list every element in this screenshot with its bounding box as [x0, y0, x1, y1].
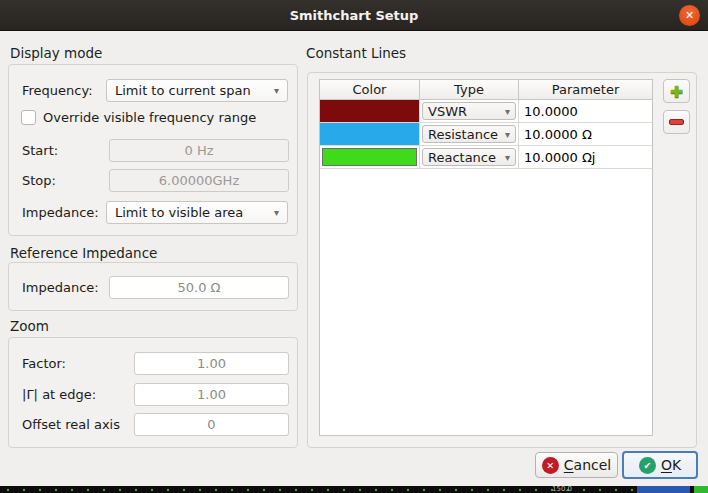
background-green-segment: [694, 486, 708, 493]
table-row: Resistance ▾ 10.0000 Ω: [320, 123, 652, 146]
parameter-cell[interactable]: 10.0000: [519, 100, 652, 122]
parameter-cell[interactable]: 10.0000 Ωj: [519, 146, 652, 168]
chevron-down-icon: ▾: [274, 85, 279, 96]
chevron-down-icon: ▾: [505, 129, 510, 140]
table-row: VSWR ▾ 10.0000: [320, 100, 652, 123]
chevron-down-icon: ▾: [505, 152, 510, 163]
remove-line-button[interactable]: [663, 110, 690, 134]
close-icon: ✕: [685, 9, 694, 22]
background-scale-text: 150.0: [552, 486, 572, 493]
cancel-x-icon: ✕: [542, 457, 559, 474]
color-swatch-cell[interactable]: [320, 100, 420, 122]
type-select[interactable]: VSWR ▾: [422, 102, 516, 120]
type-cell: Resistance ▾: [420, 123, 519, 145]
smithchart-setup-dialog: Smithchart Setup ✕ Display mode Frequenc…: [0, 0, 708, 493]
titlebar[interactable]: Smithchart Setup ✕: [0, 0, 708, 31]
impedance-mode-label: Impedance:: [22, 201, 99, 224]
constant-lines-section-label: Constant Lines: [306, 45, 406, 61]
reference-impedance-input[interactable]: [109, 276, 289, 299]
add-line-button[interactable]: ✚: [663, 79, 690, 103]
ok-check-icon: ✔: [639, 457, 656, 474]
zoom-group: Factor: |Γ| at edge: Offset real axis: [8, 337, 298, 448]
table-row: Reactance ▾ 10.0000 Ωj: [320, 146, 652, 169]
column-header-parameter[interactable]: Parameter: [519, 80, 652, 99]
constant-lines-group: Color Type Parameter VSWR ▾ 10.0000: [307, 72, 697, 448]
color-swatch: [320, 100, 419, 122]
frequency-label: Frequency:: [22, 79, 93, 102]
ok-button[interactable]: ✔ OK: [622, 451, 698, 479]
reference-impedance-section-label: Reference Impedance: [10, 245, 157, 261]
type-select-value: VSWR: [428, 104, 467, 119]
impedance-mode-select[interactable]: Limit to visible area ▾: [106, 201, 288, 224]
zoom-factor-label: Factor:: [22, 352, 66, 375]
window-title: Smithchart Setup: [290, 8, 419, 23]
type-cell: VSWR ▾: [420, 100, 519, 122]
cancel-button[interactable]: ✕ Cancel: [535, 452, 618, 478]
minus-icon: [669, 119, 684, 125]
reference-impedance-label: Impedance:: [22, 276, 99, 299]
frequency-select[interactable]: Limit to current span ▾: [106, 79, 288, 102]
cancel-button-label: Cancel: [564, 457, 611, 473]
chevron-down-icon: ▾: [274, 207, 279, 218]
background-app-strip: 150.0: [0, 486, 708, 493]
offset-real-axis-input[interactable]: [134, 413, 289, 436]
color-swatch-cell[interactable]: [320, 146, 420, 168]
reference-impedance-group: Impedance:: [8, 262, 298, 311]
frequency-select-value: Limit to current span: [115, 83, 251, 98]
type-select[interactable]: Resistance ▾: [422, 125, 516, 143]
type-select[interactable]: Reactance ▾: [422, 148, 516, 166]
zoom-factor-input[interactable]: [134, 352, 289, 375]
background-blue-segment: [637, 486, 690, 493]
column-header-type[interactable]: Type: [420, 80, 519, 99]
chevron-down-icon: ▾: [505, 106, 510, 117]
type-select-value: Resistance: [428, 127, 498, 142]
display-mode-section-label: Display mode: [10, 45, 102, 61]
plus-icon: ✚: [670, 84, 683, 99]
color-swatch: [322, 148, 417, 166]
impedance-mode-select-value: Limit to visible area: [115, 205, 243, 220]
gamma-at-edge-label: |Γ| at edge:: [22, 383, 96, 406]
stop-label: Stop:: [22, 169, 56, 192]
constant-lines-table: Color Type Parameter VSWR ▾ 10.0000: [319, 79, 653, 436]
color-swatch: [320, 123, 419, 145]
offset-real-axis-label: Offset real axis: [22, 413, 120, 436]
stop-input: [109, 169, 289, 192]
display-mode-group: Frequency: Limit to current span ▾ Overr…: [8, 64, 298, 236]
gamma-at-edge-input[interactable]: [134, 383, 289, 406]
trace-fragment: [0, 489, 708, 491]
color-swatch-cell[interactable]: [320, 123, 420, 145]
ok-button-label: OK: [661, 457, 681, 473]
table-header: Color Type Parameter: [320, 80, 652, 100]
override-frequency-checkbox[interactable]: [21, 110, 36, 125]
type-select-value: Reactance: [428, 150, 496, 165]
parameter-cell[interactable]: 10.0000 Ω: [519, 123, 652, 145]
column-header-color[interactable]: Color: [320, 80, 420, 99]
close-button[interactable]: ✕: [679, 5, 700, 26]
override-frequency-label: Override visible frequency range: [43, 106, 256, 129]
zoom-section-label: Zoom: [10, 318, 49, 334]
type-cell: Reactance ▾: [420, 146, 519, 168]
start-input: [109, 139, 289, 162]
start-label: Start:: [22, 139, 58, 162]
